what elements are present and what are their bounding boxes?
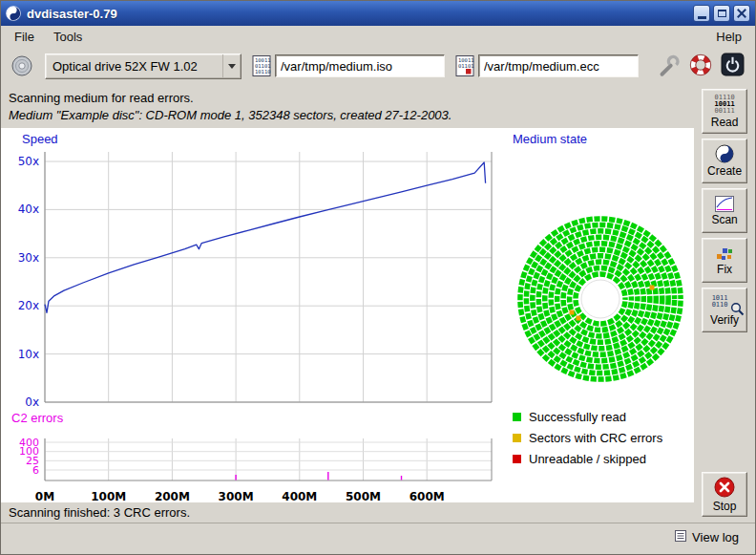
stop-wrap: Stop: [702, 472, 747, 517]
app-icon: [6, 6, 21, 21]
yin-yang-icon: [715, 144, 734, 163]
maximize-icon: [718, 10, 726, 17]
app-window: dvdisaster-0.79 File Tools Help Optical …: [0, 0, 756, 555]
legend-swatch-2: [513, 455, 521, 463]
verify-button[interactable]: 1011 0110 Verify: [702, 288, 747, 332]
svg-text:200M: 200M: [155, 490, 190, 503]
power-icon: [721, 53, 745, 79]
svg-text:10x: 10x: [18, 347, 39, 360]
window-title: dvdisaster-0.79: [27, 7, 687, 21]
stop-label: Stop: [713, 500, 737, 513]
svg-text:10110: 10110: [255, 69, 271, 75]
create-label: Create: [707, 164, 742, 178]
status-line-2: Medium "Example disc": CD-ROM mode 1, 35…: [9, 108, 694, 122]
legend-swatch-0: [513, 413, 521, 421]
view-log-icon: [675, 530, 686, 544]
stop-button[interactable]: Stop: [702, 472, 747, 517]
toolbar: Optical drive 52X FW 1.02 10011 01101 10…: [1, 47, 755, 85]
legend-label-crc: Sectors with CRC errors: [529, 431, 662, 445]
legend-swatch-1: [513, 434, 521, 442]
help-button[interactable]: [688, 53, 713, 80]
svg-text:100M: 100M: [91, 490, 126, 503]
scan-button[interactable]: Scan: [702, 188, 747, 233]
svg-text:300M: 300M: [219, 490, 254, 503]
status-line-1: Scanning medium for read errors.: [9, 91, 694, 105]
read-icon: 01110 10011 00111: [715, 95, 735, 115]
svg-text:01101: 01101: [458, 63, 474, 69]
fix-label: Fix: [717, 263, 732, 276]
stop-icon: [713, 476, 736, 499]
medium-state-legend: Successfully read Sectors with CRC error…: [513, 407, 662, 470]
main-panel: Scanning medium for read errors. Medium …: [1, 85, 694, 523]
verify-icon: 1011 0110: [712, 293, 738, 312]
svg-text:40x: 40x: [18, 203, 39, 216]
svg-text:6: 6: [32, 463, 39, 476]
scan-result-strip: Scanning finished: 3 CRC errors.: [1, 502, 694, 523]
svg-text:600M: 600M: [410, 490, 445, 503]
menu-file[interactable]: File: [5, 28, 44, 46]
view-log-label: View log: [692, 530, 739, 544]
titlebar[interactable]: dvdisaster-0.79: [1, 1, 755, 26]
ecc-file-icon: 10011 01101: [455, 54, 474, 77]
magnifier-icon: [730, 302, 746, 317]
legend-label-unreadable: Unreadable / skipped: [529, 452, 646, 466]
chevron-down-icon: [222, 54, 241, 78]
content-area: Scanning medium for read errors. Medium …: [1, 85, 755, 523]
svg-text:0M: 0M: [35, 490, 54, 503]
window-controls: [693, 5, 750, 22]
c2-axis-label: C2 errors: [11, 411, 63, 425]
menu-help[interactable]: Help: [706, 28, 751, 46]
ecc-path-input[interactable]: [478, 54, 639, 77]
svg-text:20x: 20x: [18, 299, 39, 312]
maximize-button[interactable]: [713, 5, 730, 22]
svg-text:0x: 0x: [25, 395, 39, 409]
toolbar-right-group: [655, 52, 746, 81]
legend-item-good: Successfully read: [513, 407, 662, 428]
fix-button[interactable]: Fix: [702, 238, 747, 283]
scan-chart-icon: [715, 196, 734, 212]
iso-path-input[interactable]: [275, 54, 445, 77]
iso-file-icon: 10011 01101 10110: [252, 54, 271, 77]
optical-drive-icon: [10, 54, 33, 77]
chart-canvas: 0M100M200M300M400M500M600M50x40x30x20x10…: [1, 128, 694, 502]
wrench-icon: [656, 53, 681, 80]
svg-text:500M: 500M: [346, 490, 381, 503]
lifebuoy-icon: [689, 53, 712, 79]
quit-button[interactable]: [720, 52, 746, 80]
minimize-button[interactable]: [693, 5, 710, 22]
menubar: File Tools Help: [1, 26, 755, 47]
view-log-button[interactable]: View log: [668, 527, 746, 547]
minimize-icon: [698, 16, 706, 19]
drive-select[interactable]: Optical drive 52X FW 1.02: [45, 53, 242, 79]
close-button[interactable]: [733, 5, 750, 22]
footer-bar: View log: [1, 523, 755, 554]
legend-item-unreadable: Unreadable / skipped: [513, 449, 662, 470]
read-button[interactable]: 01110 10011 00111 Read: [702, 89, 747, 134]
read-label: Read: [711, 116, 739, 129]
menu-tools[interactable]: Tools: [44, 28, 92, 46]
svg-text:400M: 400M: [282, 490, 317, 503]
drive-select-label: Optical drive 52X FW 1.02: [46, 59, 222, 74]
status-band: Scanning medium for read errors. Medium …: [1, 85, 694, 128]
legend-label-good: Successfully read: [529, 410, 626, 424]
create-button[interactable]: Create: [702, 139, 747, 183]
medium-state-label: Medium state: [513, 132, 587, 146]
svg-text:50x: 50x: [18, 155, 39, 168]
fix-blocks-icon: [715, 245, 734, 262]
scan-label: Scan: [711, 213, 737, 226]
speed-axis-label: Speed: [22, 132, 58, 146]
action-sidebar: 01110 10011 00111 Read Create: [694, 85, 755, 523]
preferences-button[interactable]: [655, 52, 682, 81]
close-icon: [737, 9, 746, 18]
legend-item-crc: Sectors with CRC errors: [513, 428, 662, 449]
scan-result-text: Scanning finished: 3 CRC errors.: [9, 505, 190, 520]
svg-text:30x: 30x: [18, 251, 39, 265]
